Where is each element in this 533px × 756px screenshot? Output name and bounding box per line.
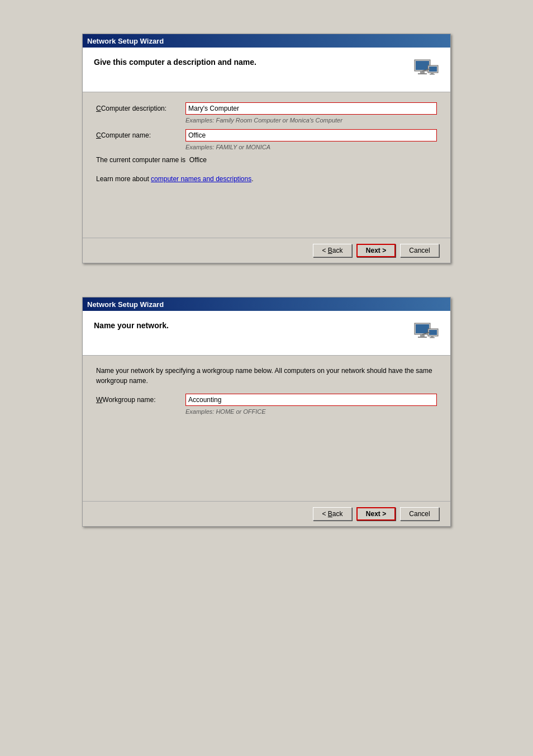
svg-rect-7 xyxy=(430,74,435,75)
wizard-2-header-area: Name your network. xyxy=(83,311,450,356)
svg-rect-1 xyxy=(416,61,429,70)
wizard-1-content: CComputer description: Examples: Family … xyxy=(83,92,450,238)
network-description-text: Name your network by specifying a workgr… xyxy=(96,366,437,386)
svg-rect-6 xyxy=(431,73,434,74)
wizard-1-titlebar: Network Setup Wizard xyxy=(83,34,450,48)
learn-more-text: Learn more about computer names and desc… xyxy=(96,175,437,183)
workgroup-row: WWorkgroup name: xyxy=(96,394,437,406)
wizard-window-1: Network Setup Wizard Give this computer … xyxy=(82,34,451,263)
wizard-2-titlebar: Network Setup Wizard xyxy=(83,297,450,311)
description-input[interactable] xyxy=(185,102,437,115)
wizard-2-next-button[interactable]: Next > xyxy=(356,507,396,521)
workgroup-hint: Examples: HOME or OFFICE xyxy=(185,408,437,415)
svg-rect-15 xyxy=(431,336,434,337)
svg-rect-2 xyxy=(420,71,425,73)
description-label: CComputer description: xyxy=(96,105,185,112)
learn-more-link[interactable]: computer names and descriptions xyxy=(151,175,251,183)
svg-rect-3 xyxy=(418,73,427,74)
wizard-2-header-title: Name your network. xyxy=(94,321,169,330)
current-name-value: Office xyxy=(189,156,207,164)
wizard-1-footer: < Back Next > Cancel xyxy=(83,238,450,263)
wizard-1-header-area: Give this computer a description and nam… xyxy=(83,48,450,92)
name-hint: Examples: FAMILY or MONICA xyxy=(185,144,437,150)
description-hint: Examples: Family Room Computer or Monica… xyxy=(185,117,437,124)
svg-rect-10 xyxy=(416,324,429,333)
network-icon-1 xyxy=(412,55,439,82)
svg-rect-16 xyxy=(430,337,435,338)
wizard-window-2: Network Setup Wizard Name your network. xyxy=(82,297,451,527)
wizard-1-next-button[interactable]: Next > xyxy=(356,244,396,257)
wizard-2-back-button[interactable]: < Back xyxy=(313,507,352,521)
wizard-2-content: Name your network by specifying a workgr… xyxy=(83,356,450,501)
workgroup-label: WWorkgroup name: xyxy=(96,396,185,404)
svg-rect-12 xyxy=(418,337,427,338)
computer-name-row: CComputer name: xyxy=(96,129,437,141)
wizard-2-cancel-button[interactable]: Cancel xyxy=(400,507,439,521)
wizard-1-cancel-button[interactable]: Cancel xyxy=(400,244,439,257)
wizard-1-header-title: Give this computer a description and nam… xyxy=(94,58,256,67)
current-name-text: The current computer name is Office xyxy=(96,156,437,164)
wizard-2-footer: < Back Next > Cancel xyxy=(83,501,450,526)
computer-name-label: CComputer name: xyxy=(96,131,185,139)
network-icon-2 xyxy=(412,319,439,346)
wizard-2-title: Network Setup Wizard xyxy=(87,300,164,309)
workgroup-input[interactable] xyxy=(185,394,437,406)
wizard-1-title: Network Setup Wizard xyxy=(87,37,164,45)
description-row: CComputer description: xyxy=(96,102,437,115)
computer-name-input[interactable] xyxy=(185,129,437,141)
svg-rect-11 xyxy=(420,334,425,337)
wizard-1-back-button[interactable]: < Back xyxy=(313,244,352,257)
